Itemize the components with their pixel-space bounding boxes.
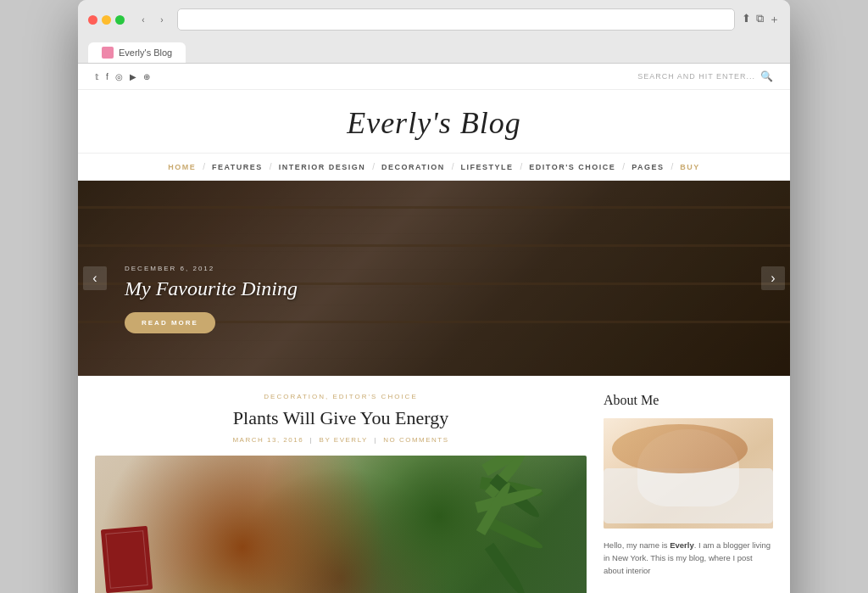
tab-label: Everly's Blog: [119, 48, 172, 58]
slider-prev-button[interactable]: ‹: [83, 266, 107, 290]
hero-slider: DECEMBER 6, 2012 My Favourite Dining REA…: [78, 181, 790, 376]
about-widget-title: About Me: [604, 393, 773, 408]
hero-cta-button[interactable]: READ MORE: [125, 312, 215, 333]
forward-button[interactable]: ›: [153, 11, 170, 28]
hero-image: DECEMBER 6, 2012 My Favourite Dining REA…: [78, 181, 790, 376]
nav-features[interactable]: FEATURES: [205, 163, 270, 171]
facebook-icon[interactable]: f: [106, 72, 108, 81]
tabs-icon[interactable]: ⧉: [756, 12, 764, 27]
post-author[interactable]: EVERLY: [334, 436, 368, 444]
site-title[interactable]: Everly's Blog: [95, 105, 773, 141]
close-button[interactable]: [88, 15, 97, 25]
youtube-icon[interactable]: ▶: [130, 72, 136, 81]
tab-favicon: [102, 47, 114, 59]
post-categories: DECORATION, EDITOR'S CHOICE: [95, 393, 587, 400]
browser-top-bar: ‹ › ⬆ ⧉ ＋: [88, 8, 780, 31]
social-icons: 𝕥 f ◎ ▶ ⊕: [95, 72, 150, 81]
post-author-prefix: BY: [320, 436, 331, 444]
plant-decoration: [468, 456, 570, 591]
back-button[interactable]: ‹: [135, 11, 152, 28]
slider-next-button[interactable]: ›: [761, 266, 785, 290]
maximize-button[interactable]: [115, 15, 125, 25]
nav-buttons: ‹ ›: [135, 11, 170, 28]
browser-chrome: ‹ › ⬆ ⧉ ＋ Everly's Blog: [78, 0, 790, 64]
nav-interior-design[interactable]: INTERIOR DESIGN: [272, 163, 373, 171]
nav-buy[interactable]: BUY: [673, 163, 707, 171]
about-author-name: Everly: [670, 540, 694, 550]
traffic-lights: [88, 15, 125, 25]
about-text: Hello, my name is Everly. I am a blogger…: [604, 539, 773, 578]
main-content: DECORATION, EDITOR'S CHOICE Plants Will …: [95, 393, 604, 593]
search-area: SEARCH AND HIT ENTER... 🔍: [637, 70, 773, 82]
pinterest-icon[interactable]: ⊕: [143, 72, 150, 81]
active-tab[interactable]: Everly's Blog: [88, 42, 186, 63]
share-icon[interactable]: ⬆: [742, 12, 751, 27]
new-tab-icon[interactable]: ＋: [769, 12, 780, 27]
nav-decoration[interactable]: DECORATION: [375, 163, 452, 171]
browser-toolbar-icons: ⬆ ⧉ ＋: [742, 12, 780, 27]
site-nav: HOME / FEATURES / INTERIOR DESIGN / DECO…: [78, 154, 790, 181]
nav-lifestyle[interactable]: LIFESTYLE: [454, 163, 520, 171]
site-header-top: 𝕥 f ◎ ▶ ⊕ SEARCH AND HIT ENTER... 🔍: [78, 64, 790, 90]
nav-home[interactable]: HOME: [161, 163, 203, 171]
sidebar: About Me Hello, my name is Everly. I am …: [604, 393, 773, 593]
post-meta: MARCH 13, 2016 | BY EVERLY | NO COMMENTS: [95, 436, 587, 444]
search-placeholder-text: SEARCH AND HIT ENTER...: [637, 72, 755, 81]
hero-title: My Favourite Dining: [125, 277, 298, 300]
twitter-icon[interactable]: 𝕥: [95, 72, 99, 81]
post-image-background: [95, 456, 587, 593]
about-person-photo: [604, 418, 773, 529]
hero-content: DECEMBER 6, 2012 My Favourite Dining REA…: [125, 265, 298, 333]
about-image: [604, 418, 773, 529]
nav-editors-choice[interactable]: EDITOR'S CHOICE: [522, 163, 622, 171]
site-title-area: Everly's Blog: [78, 90, 790, 154]
website-content: 𝕥 f ◎ ▶ ⊕ SEARCH AND HIT ENTER... 🔍 Ever…: [78, 64, 790, 593]
instagram-icon[interactable]: ◎: [115, 72, 123, 81]
book-decoration: [101, 526, 153, 593]
nav-pages[interactable]: PAGES: [625, 163, 670, 171]
post-date: MARCH 13, 2016: [232, 436, 303, 444]
post-featured-image[interactable]: [95, 456, 587, 593]
post-title[interactable]: Plants Will Give You Energy: [95, 407, 587, 429]
post-comments: NO COMMENTS: [383, 436, 448, 444]
tab-bar: Everly's Blog: [88, 37, 780, 63]
content-area: DECORATION, EDITOR'S CHOICE Plants Will …: [78, 376, 790, 593]
address-bar[interactable]: [177, 8, 735, 31]
search-icon[interactable]: 🔍: [760, 70, 773, 82]
minimize-button[interactable]: [102, 15, 111, 25]
browser-window: ‹ › ⬆ ⧉ ＋ Everly's Blog 𝕥 f ◎ ▶: [78, 0, 790, 593]
hero-date: DECEMBER 6, 2012: [125, 265, 298, 272]
